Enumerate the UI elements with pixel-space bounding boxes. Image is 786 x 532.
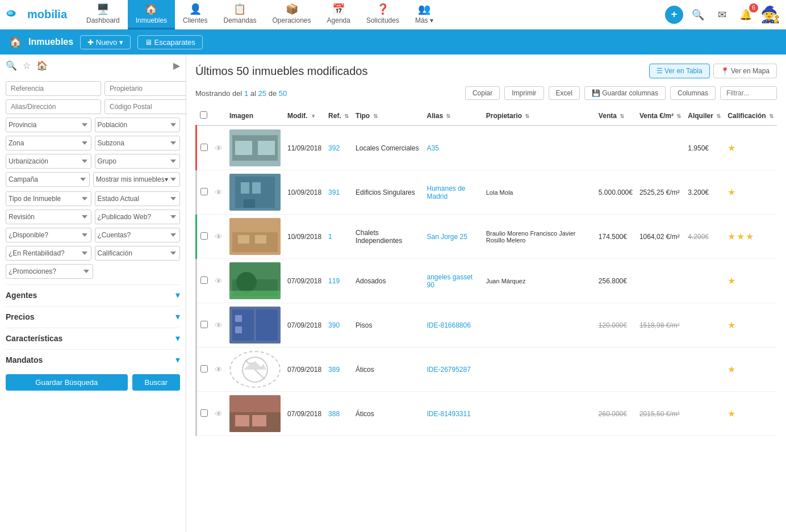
svg-rect-9 [252, 182, 261, 194]
alias-link[interactable]: angeles gasset 90 [427, 273, 473, 289]
user-avatar[interactable]: 🧙 [760, 5, 780, 24]
sidebar-home-icon[interactable]: 🏠 [36, 60, 48, 71]
cuentas-select[interactable]: ¿Cuentas? [95, 228, 181, 242]
ref-link[interactable]: 119 [328, 277, 340, 285]
logo[interactable]: mobilia [6, 6, 67, 24]
row-checkbox[interactable] [200, 321, 208, 328]
campana-select[interactable]: Campaña [6, 172, 90, 187]
section-mandatos[interactable]: Mandatos ▾ [6, 349, 180, 365]
row-propietario [483, 303, 595, 347]
nav-item-mas[interactable]: 👥 Más ▾ [407, 0, 441, 30]
urbanizacion-select[interactable]: Urbanización [6, 154, 91, 169]
calificacion-select[interactable]: Calificación [95, 246, 181, 261]
ref-link[interactable]: 1 [328, 233, 332, 241]
row-alquiler: 4.200€ [684, 215, 724, 259]
nuevo-button[interactable]: ✚ Nuevo ▾ [80, 35, 131, 49]
alias-link[interactable]: IDE-81493311 [427, 410, 470, 418]
alias-link[interactable]: Humanes de Madrid [427, 185, 465, 200]
mail-button[interactable]: ✉ [713, 6, 731, 24]
eye-icon[interactable]: 👁 [215, 144, 223, 153]
promociones-select[interactable]: ¿Promociones? [6, 264, 93, 279]
row-venta: 5.000.000€ [595, 170, 636, 215]
columnas-button[interactable]: Columnas [670, 86, 716, 100]
nav-item-clientes[interactable]: 👤 Clientes [175, 0, 215, 30]
mostrar-mis-select[interactable]: Mostrar mis inmuebles▾ [93, 172, 180, 187]
ref-link[interactable]: 389 [328, 366, 340, 374]
section-precios[interactable]: Precios ▾ [6, 306, 180, 322]
referencia-input[interactable] [6, 81, 101, 96]
grupo-select[interactable]: Grupo [95, 154, 181, 169]
eye-icon[interactable]: 👁 [215, 188, 223, 197]
ref-link[interactable]: 388 [328, 410, 340, 418]
revision-select[interactable]: Revisión [6, 210, 91, 224]
filtrar-input[interactable] [720, 86, 777, 100]
eye-icon[interactable]: 👁 [215, 365, 223, 374]
eye-icon[interactable]: 👁 [215, 409, 223, 418]
ver-mapa-button[interactable]: 📍 Ver en Mapa [713, 64, 777, 78]
alias-link[interactable]: IDE-81668806 [427, 321, 470, 329]
row-checkbox[interactable] [200, 232, 208, 240]
publicado-web-select[interactable]: ¿Publicado Web? [95, 210, 181, 224]
eye-icon[interactable]: 👁 [215, 321, 223, 330]
estado-actual-select[interactable]: Estado Actual [95, 191, 181, 206]
nav-item-solicitudes[interactable]: ❓ Solicitudes [358, 0, 407, 30]
row-eye-cell: 👁 [211, 347, 226, 392]
search-button[interactable]: 🔍 [689, 6, 707, 24]
excel-button[interactable]: Excel [549, 86, 580, 100]
ref-link[interactable]: 390 [328, 321, 340, 329]
alias-link[interactable]: A35 [427, 144, 438, 152]
section-caracteristicas[interactable]: Características ▾ [6, 328, 180, 344]
escaparates-button[interactable]: 🖥 Escaparates [137, 35, 203, 49]
alias-link[interactable]: San Jorge 25 [427, 233, 467, 241]
alias-link[interactable]: IDE-26795287 [427, 366, 470, 374]
row-checkbox[interactable] [200, 365, 208, 372]
tipo-inmueble-select[interactable]: Tipo de Inmueble [6, 191, 91, 206]
codigo-postal-input[interactable] [104, 99, 186, 114]
guardar-columnas-button[interactable]: 💾 Guardar columnas [584, 86, 666, 100]
alias-input[interactable] [6, 99, 101, 114]
ref-link[interactable]: 391 [328, 188, 340, 196]
svg-rect-20 [232, 309, 254, 341]
sidebar-star-icon[interactable]: ☆ [23, 60, 31, 71]
row-propietario: Juan Márquez [483, 259, 595, 303]
nav-item-demandas[interactable]: 📋 Demandas [215, 0, 264, 30]
properties-table: Imagen Modif. ▼ Ref. ⇅ Tipo ⇅ Alias ⇅ Pr… [195, 107, 777, 436]
provincia-select[interactable]: Provincia [6, 118, 91, 132]
row-checkbox[interactable] [200, 409, 208, 417]
row-eye-cell: 👁 [211, 392, 226, 436]
eye-icon[interactable]: 👁 [215, 232, 223, 241]
en-rentabilidad-select[interactable]: ¿En Rentabilidad? [6, 246, 91, 261]
propietario-input[interactable] [104, 81, 186, 96]
sidebar-search-icon[interactable]: 🔍 [6, 60, 17, 71]
nav-item-inmuebles[interactable]: 🏠 Inmuebles [128, 0, 175, 30]
search-button-sidebar[interactable]: Buscar [132, 374, 180, 391]
col-tipo: Tipo ⇅ [352, 107, 423, 125]
nav-item-operaciones[interactable]: 📦 Operaciones [265, 0, 319, 30]
row-checkbox[interactable] [200, 277, 208, 284]
row-alias: IDE-81493311 [423, 392, 482, 436]
subzona-select[interactable]: Subzona [95, 136, 181, 150]
select-all-checkbox[interactable] [200, 111, 207, 119]
zona-select[interactable]: Zona [6, 136, 91, 150]
ref-link[interactable]: 392 [328, 144, 340, 152]
row-ref: 392 [325, 125, 352, 170]
section-agentes[interactable]: Agentes ▾ [6, 284, 180, 300]
nav-item-dashboard[interactable]: 🖥️ Dashboard [78, 0, 128, 30]
property-image [229, 262, 281, 299]
notifications[interactable]: 🔔 6 [737, 6, 755, 24]
save-search-button[interactable]: Guardar Búsqueda [6, 374, 128, 391]
copiar-button[interactable]: Copiar [465, 86, 500, 100]
add-button[interactable]: + [665, 6, 683, 24]
imprimir-button[interactable]: Imprimir [504, 86, 543, 100]
row-propietario [483, 392, 595, 436]
ver-tabla-button[interactable]: ☰ Ver en Tabla [649, 64, 710, 78]
row-checkbox[interactable] [200, 144, 208, 151]
eye-icon[interactable]: 👁 [215, 277, 223, 286]
row-checkbox-cell [196, 215, 212, 259]
row-checkbox-cell [196, 125, 212, 170]
row-checkbox[interactable] [200, 188, 208, 195]
sidebar-collapse-icon[interactable]: ▶ [173, 60, 180, 71]
disponible-select[interactable]: ¿Disponible? [6, 228, 91, 242]
poblacion-select[interactable]: Población [95, 118, 181, 132]
nav-item-agenda[interactable]: 📅 Agenda [319, 0, 358, 30]
